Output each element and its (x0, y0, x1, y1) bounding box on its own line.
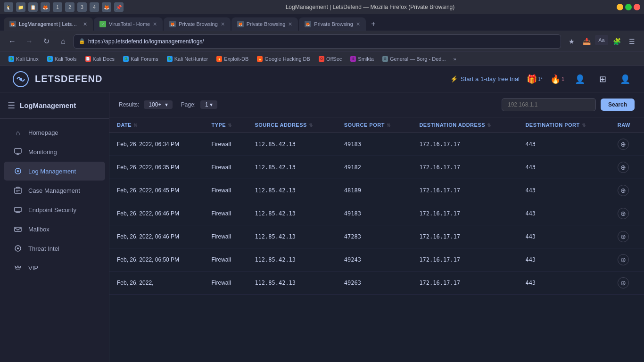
taskbar-icon-1[interactable]: 🐧 (4, 2, 13, 12)
search-input[interactable] (502, 98, 596, 111)
new-tab-button[interactable]: + (367, 17, 380, 31)
tab-private-4[interactable]: 🦊 Private Browsing ✕ (231, 17, 298, 31)
sidebar-item-homepage[interactable]: ⌂ Homepage (4, 123, 105, 142)
tab-close-2[interactable]: ✕ (153, 21, 157, 27)
svg-point-6 (17, 170, 19, 172)
minimize-button[interactable] (617, 4, 623, 10)
page-selector[interactable]: 1 ▾ (200, 100, 217, 109)
bookmark-google-hacking[interactable]: 🔥 Google Hacking DB (253, 55, 314, 63)
cell-dest-address: 172.16.17.17 (412, 202, 518, 225)
sidebar-header: ☰ LogManagement (0, 92, 109, 119)
board-button[interactable]: ⊞ (595, 72, 610, 87)
tab-close-5[interactable]: ✕ (356, 21, 360, 27)
bookmark-offsec[interactable]: O OffSec (315, 55, 346, 63)
url-bar[interactable]: 🔒 https://app.letsdefend.io/logmanagemen… (74, 34, 561, 49)
zoom-button-4[interactable]: ⊕ (618, 231, 629, 242)
zoom-button-3[interactable]: ⊕ (618, 208, 629, 219)
bookmark-label: Kali Docs (93, 56, 115, 62)
taskbar-icon-3[interactable]: 📋 (28, 2, 38, 12)
header-actions: ⚡ Start a 1-day free trial 🎁1* 🔥1 👤 ⊞ 👤 (450, 72, 633, 87)
taskbar-icon-extra[interactable]: 📌 (114, 2, 124, 12)
results-label: Results: (119, 101, 139, 108)
bookmark-kali-forums[interactable]: 🐉 Kali Forums (119, 55, 162, 63)
forward-button[interactable]: → (23, 35, 36, 48)
table-row: Feb, 26, 2022, 06:46 PM Firewall 112.85.… (109, 225, 644, 248)
taskbar-icon-4[interactable]: 🦊 (41, 2, 50, 12)
taskbar-icon-6[interactable]: 2 (65, 2, 74, 12)
home-button[interactable]: ⌂ (57, 35, 70, 48)
zoom-button-1[interactable]: ⊕ (618, 162, 629, 173)
sidebar-item-monitoring[interactable]: Monitoring (4, 142, 105, 161)
bookmarks-more[interactable]: » (451, 55, 459, 63)
cell-source-port: 49183 (337, 202, 412, 225)
hamburger-button[interactable]: ☰ (8, 100, 15, 111)
bookmark-kali-nethunter[interactable]: 🐉 Kali NetHunter (163, 55, 212, 63)
taskbar-icon-ff[interactable]: 🦊 (102, 2, 111, 12)
taskbar-icon-7[interactable]: 3 (77, 2, 87, 12)
sidebar-item-case-management[interactable]: Case Management (4, 181, 105, 200)
monitoring-icon (13, 147, 23, 156)
tab-private-3[interactable]: 🦊 Private Browsing ✕ (164, 17, 231, 31)
menu-button[interactable]: ☰ (625, 35, 638, 48)
zoom-button-2[interactable]: ⊕ (618, 185, 629, 196)
zoom-button-0[interactable]: ⊕ (618, 139, 629, 150)
zoom-button-6[interactable]: ⊕ (618, 277, 629, 288)
bookmark-label: Exploit-DB (224, 56, 248, 62)
gift-button[interactable]: 🎁1* (527, 72, 542, 87)
bookmark-smikta[interactable]: S Smikta (347, 55, 378, 63)
profile-button[interactable]: 👤 (618, 72, 633, 87)
tab-close-3[interactable]: ✕ (221, 21, 225, 27)
tab-logmanagement[interactable]: 🦊 LogManagement | LetsDe... ✕ (4, 17, 93, 31)
bookmark-kali-docs[interactable]: 📄 Kali Docs (82, 55, 118, 63)
notifications-button[interactable]: 👤 (572, 72, 587, 87)
tab-label-2: VirusTotal - Home (109, 21, 150, 27)
sidebar-item-threat-intel[interactable]: Threat Intel (4, 239, 105, 258)
search-button[interactable]: Search (601, 99, 635, 111)
tab-close-4[interactable]: ✕ (288, 21, 292, 27)
taskbar: 🐧 📁 📋 🦊 1 2 3 4 🦊 📌 (4, 2, 124, 12)
tab-private-5[interactable]: 🦊 Private Browsing ✕ (299, 17, 366, 31)
sidebar-item-log-management[interactable]: Log Management (4, 162, 105, 181)
endpoint-security-icon (13, 205, 23, 214)
zoom-button-5[interactable]: ⊕ (618, 254, 629, 265)
trial-button[interactable]: ⚡ Start a 1-day free trial (450, 75, 520, 82)
window-title: LogManagement | LetsDefend — Mozilla Fir… (124, 4, 617, 10)
sort-source-port[interactable]: SOURCE PORT ⇅ (344, 122, 391, 128)
cell-source-port: 49182 (337, 156, 412, 179)
fire-notification-button[interactable]: 🔥1 (550, 72, 565, 87)
bookmark-exploit-db[interactable]: 🔥 Exploit-DB (213, 55, 252, 63)
sort-dest-port[interactable]: DESTINATION PORT ⇅ (525, 122, 586, 128)
sidebar-item-vip[interactable]: VIP (4, 258, 105, 277)
bookmark-kali-linux[interactable]: 🐉 Kali Linux (5, 55, 42, 63)
col-source-port: SOURCE PORT ⇅ (337, 117, 412, 133)
cell-raw: ⊕ (610, 179, 644, 202)
firefox-account-button[interactable]: 🧩 (610, 35, 623, 48)
bookmark-kali-tools[interactable]: 🐉 Kali Tools (43, 55, 81, 63)
cell-source-address: 112.85.42.13 (247, 225, 336, 248)
sort-source-address[interactable]: SOURCE ADDRESS ⇅ (255, 122, 313, 128)
bookmarks-bar: 🐉 Kali Linux 🐉 Kali Tools 📄 Kali Docs 🐉 … (0, 52, 644, 66)
sort-date[interactable]: DATE ⇅ (117, 122, 138, 128)
table-row: Feb, 26, 2022, Firewall 112.85.42.13 492… (109, 272, 644, 295)
taskbar-icon-8[interactable]: 4 (90, 2, 99, 12)
bookmark-star-button[interactable]: ★ (565, 35, 578, 48)
reload-button[interactable]: ↻ (40, 35, 53, 48)
cell-dest-port: 443 (518, 225, 610, 248)
tab-close-1[interactable]: ✕ (83, 21, 87, 27)
bookmark-general-borg[interactable]: G General — Borg - Ded... (379, 55, 450, 63)
sidebar-item-mailbox[interactable]: Mailbox (4, 220, 105, 239)
url-text: https://app.letsdefend.io/logmanagement/… (88, 38, 556, 45)
close-button[interactable] (634, 4, 640, 10)
cell-dest-port: 443 (518, 202, 610, 225)
tab-virustotal[interactable]: ✓ VirusTotal - Home ✕ (94, 17, 163, 31)
pocket-button[interactable]: 📥 (580, 35, 593, 48)
reader-button[interactable]: Aa (595, 35, 608, 45)
sort-dest-address[interactable]: DESTINATION ADDRESS ⇅ (419, 122, 491, 128)
maximize-button[interactable] (625, 4, 632, 10)
taskbar-icon-5[interactable]: 1 (53, 2, 62, 12)
kali-linux-favicon: 🐉 (8, 56, 14, 62)
sort-type[interactable]: TYPE ⇅ (211, 122, 231, 128)
back-button[interactable]: ← (6, 35, 19, 48)
sidebar-item-endpoint-security[interactable]: Endpoint Security (4, 200, 105, 219)
taskbar-icon-2[interactable]: 📁 (16, 2, 25, 12)
